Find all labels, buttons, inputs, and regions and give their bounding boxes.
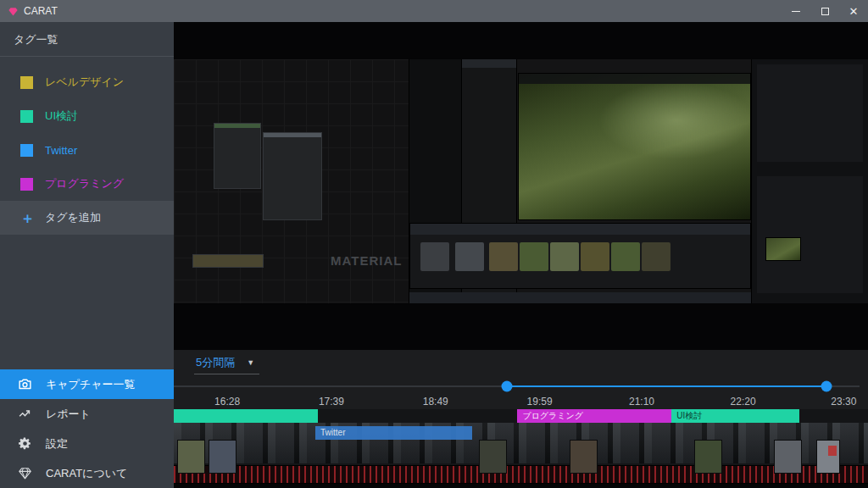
capture-preview: MATERIAL <box>174 22 868 350</box>
gear-icon <box>17 436 32 452</box>
app-window: CARAT ✕ タグ一覧 レベルデザイン UI検討 Twitt <box>0 0 868 488</box>
tag-item-twitter[interactable]: Twitter <box>0 133 174 167</box>
asset-thumbnail <box>611 242 640 271</box>
inspector-panel <box>751 59 868 303</box>
folder-thumbnail <box>455 242 484 271</box>
diamond-icon <box>17 466 32 481</box>
capture-thumbnail[interactable] <box>177 440 205 474</box>
report-icon <box>17 407 32 422</box>
timeline-controls: 5分間隔 ▼ <box>174 350 868 377</box>
capture-thumbnail[interactable] <box>774 440 802 474</box>
window-controls: ✕ <box>782 0 868 22</box>
folder-thumbnail <box>420 242 449 271</box>
timeline-track: プログラミング UI検討 Twitter <box>174 409 868 465</box>
tag-color-swatch <box>20 178 33 191</box>
sidebar-spacer <box>0 235 174 369</box>
minimize-button[interactable] <box>782 0 810 22</box>
screenshot-image: MATERIAL <box>174 59 868 303</box>
tag-list: レベルデザイン UI検討 Twitter プログラミング <box>0 57 174 201</box>
sidebar-item-report[interactable]: レポート <box>0 399 174 429</box>
sidebar-item-label: レポート <box>46 407 91 422</box>
properties-panel <box>757 176 863 293</box>
time-label: 21:10 <box>629 396 654 408</box>
slider-handle-end[interactable] <box>821 381 832 392</box>
content-browser-panel <box>409 223 751 289</box>
tag-label: プログラミング <box>45 176 124 191</box>
tag-color-swatch <box>20 144 33 157</box>
tag-item-ui-review[interactable]: UI検討 <box>0 99 174 133</box>
tag-label: レベルデザイン <box>45 75 124 90</box>
time-label: 16:28 <box>214 396 240 408</box>
outliner-panel <box>757 64 863 162</box>
asset-thumbnail <box>489 242 518 271</box>
node-graph-panel: MATERIAL <box>174 59 409 303</box>
sidebar-item-capture-list[interactable]: キャプチャー一覧 <box>0 369 174 399</box>
capture-thumbnail[interactable] <box>209 440 236 474</box>
sidebar-item-label: キャプチャー一覧 <box>46 377 136 392</box>
asset-thumbnail <box>520 242 548 271</box>
sidebar-nav: キャプチャー一覧 レポート 設定 <box>0 369 174 488</box>
tag-list-header: タグ一覧 <box>0 22 174 57</box>
sidebar-item-label: CARATについて <box>46 466 127 481</box>
tag-segment-twitter[interactable]: Twitter <box>315 426 472 440</box>
titlebar: CARAT ✕ <box>0 0 868 22</box>
capture-thumbnail[interactable] <box>816 440 841 474</box>
time-label: 17:39 <box>319 396 344 408</box>
tag-color-swatch <box>20 76 33 89</box>
time-label: 19:59 <box>527 396 553 408</box>
tag-color-swatch <box>20 110 33 123</box>
timeline-range-slider[interactable] <box>174 377 868 396</box>
maximize-button[interactable] <box>810 0 839 22</box>
timeline-time-labels: 16:28 17:39 18:49 19:59 21:10 22:20 23:3… <box>174 396 868 409</box>
asset-thumbnail <box>550 242 579 271</box>
sidebar-item-about[interactable]: CARATについて <box>0 458 174 488</box>
tag-segment-ui-review[interactable]: UI検討 <box>671 409 799 423</box>
time-label: 22:20 <box>731 396 756 408</box>
tag-label: UI検討 <box>45 108 78 124</box>
tag-item-programming[interactable]: プログラミング <box>0 167 174 201</box>
material-node <box>214 123 261 189</box>
app-title: CARAT <box>24 5 58 17</box>
tag-label: Twitter <box>45 144 77 157</box>
asset-thumbnail <box>581 242 609 271</box>
main-content: MATERIAL <box>174 22 868 488</box>
capture-thumbnail[interactable] <box>694 440 722 474</box>
slider-selected-range <box>507 385 826 387</box>
material-watermark: MATERIAL <box>331 253 402 268</box>
sidebar-item-label: 設定 <box>46 436 68 452</box>
plus-icon: ＋ <box>20 208 33 228</box>
editor-status-bar <box>409 292 751 303</box>
material-node <box>263 132 322 220</box>
capture-thumbnail[interactable] <box>570 440 598 474</box>
capture-thumbnail[interactable] <box>479 440 507 474</box>
interval-dropdown[interactable]: 5分間隔 ▼ <box>194 352 259 374</box>
sidebar-item-settings[interactable]: 設定 <box>0 429 174 458</box>
minimize-icon <box>792 11 800 12</box>
time-label: 23:30 <box>831 396 856 408</box>
add-tag-button[interactable]: ＋ タグを追加 <box>0 201 174 235</box>
tag-item-level-design[interactable]: レベルデザイン <box>0 65 174 99</box>
chevron-down-icon: ▼ <box>247 358 254 367</box>
interval-label: 5分間隔 <box>196 355 235 370</box>
tag-segment-programming[interactable]: プログラミング <box>517 409 671 423</box>
preview-thumbnail <box>765 237 801 261</box>
tag-segment-ui-review-early[interactable] <box>174 409 318 423</box>
close-icon: ✕ <box>849 6 859 17</box>
sidebar: タグ一覧 レベルデザイン UI検討 Twitter プログラミング <box>0 22 174 488</box>
activity-tick-strip[interactable] <box>174 465 868 484</box>
material-node <box>192 254 264 268</box>
add-tag-label: タグを追加 <box>45 210 101 225</box>
app-logo-icon <box>7 5 19 17</box>
asset-thumbnail <box>642 242 670 271</box>
game-viewport <box>518 73 751 220</box>
maximize-icon <box>821 8 829 15</box>
time-label: 18:49 <box>423 396 448 408</box>
capture-filmstrip[interactable] <box>174 423 868 463</box>
slider-handle-start[interactable] <box>502 381 513 392</box>
camera-icon <box>17 377 32 392</box>
close-button[interactable]: ✕ <box>839 0 868 22</box>
